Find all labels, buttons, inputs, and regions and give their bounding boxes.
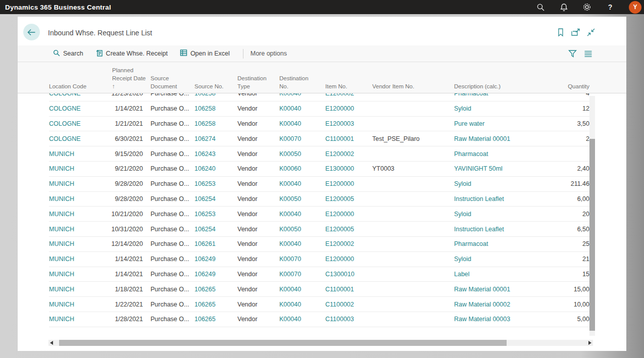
cell-location-code[interactable]: MUNICH [49, 195, 105, 202]
cell-item-no[interactable]: C1100001 [325, 135, 371, 142]
scroll-left-arrow-icon[interactable] [48, 340, 55, 346]
cell-description[interactable]: Raw Material 00002 [454, 301, 535, 308]
cell-description[interactable]: Raw Material 00001 [454, 135, 535, 142]
cell-source-document[interactable]: Purchase O... [151, 165, 196, 172]
cell-location-code[interactable]: MUNICH [49, 211, 105, 218]
cell-destination-no[interactable]: K00040 [279, 316, 322, 323]
vertical-scrollbar[interactable] [589, 96, 595, 336]
cell-item-no[interactable]: E1200003 [325, 120, 371, 127]
open-in-new-window-icon[interactable] [571, 28, 580, 37]
collapse-icon[interactable] [586, 28, 596, 37]
cell-destination-no[interactable]: K00050 [279, 195, 322, 202]
cell-source-no[interactable]: 106240 [194, 165, 235, 172]
horizontal-scrollbar-track[interactable] [55, 340, 587, 346]
cell-planned-receipt-date[interactable]: 9/28/2020 [100, 195, 143, 202]
cell-destination-type[interactable]: Vendor [237, 195, 278, 202]
cell-location-code[interactable]: MUNICH [49, 316, 105, 323]
cell-item-no[interactable]: C1100002 [325, 301, 371, 308]
cell-destination-no[interactable]: K00040 [279, 120, 322, 127]
cell-destination-no[interactable]: K00040 [279, 286, 322, 293]
cell-source-document[interactable]: Purchase O... [151, 271, 196, 278]
column-header-description[interactable]: Description (calc.) [454, 82, 535, 90]
cell-destination-no[interactable]: K00040 [279, 211, 322, 218]
cell-source-document[interactable]: Purchase O... [151, 286, 196, 293]
table-row[interactable]: MUNICH 1/28/2021 Purchase O... 106265 Ve… [49, 312, 589, 327]
table-row[interactable]: COLOGNE 12/23/2020 Purchase O... 106258 … [49, 93, 589, 101]
cell-description[interactable]: Syloid [454, 105, 535, 112]
cell-source-document[interactable]: Purchase O... [151, 226, 196, 233]
cell-quantity[interactable]: 211.46 [530, 180, 589, 187]
cell-location-code[interactable]: MUNICH [49, 255, 105, 263]
cell-destination-type[interactable]: Vendor [237, 301, 278, 308]
cell-quantity[interactable]: 3,50 [530, 120, 589, 127]
cell-location-code[interactable]: MUNICH [49, 180, 105, 187]
cell-description[interactable]: Syloid [454, 180, 535, 187]
cell-source-no[interactable]: 106253 [194, 180, 235, 187]
cell-destination-type[interactable]: Vendor [237, 316, 278, 323]
cell-location-code[interactable]: MUNICH [49, 226, 105, 233]
cell-source-document[interactable]: Purchase O... [151, 195, 196, 202]
table-row[interactable]: COLOGNE 1/14/2021 Purchase O... 106258 V… [49, 101, 589, 117]
cell-source-document[interactable]: Purchase O... [151, 301, 196, 308]
cell-location-code[interactable]: MUNICH [49, 165, 105, 172]
cell-destination-type[interactable]: Vendor [237, 120, 278, 127]
cell-destination-no[interactable]: K00050 [279, 226, 322, 233]
cell-item-no[interactable]: E1200000 [325, 180, 371, 187]
more-options-button[interactable]: More options [251, 50, 287, 57]
cell-quantity[interactable]: 5,00 [530, 316, 589, 323]
cell-source-no[interactable]: 106254 [194, 195, 235, 202]
table-row[interactable]: MUNICH 1/22/2021 Purchase O... 106265 Ve… [49, 297, 589, 312]
cell-vendor-item-no[interactable]: YT0003 [372, 165, 452, 172]
cell-planned-receipt-date[interactable]: 1/22/2021 [100, 301, 143, 308]
open-in-excel-button[interactable]: Open in Excel [180, 49, 230, 58]
cell-vendor-item-no[interactable]: Test_PSE_Pilaro [372, 135, 452, 142]
cell-item-no[interactable]: E1200002 [325, 240, 371, 247]
table-row[interactable]: MUNICH 1/14/2021 Purchase O... 106249 Ve… [49, 267, 589, 282]
cell-source-document[interactable]: Purchase O... [151, 240, 196, 247]
cell-source-document[interactable]: Purchase O... [151, 316, 196, 323]
search-button[interactable]: Search [53, 49, 83, 58]
cell-location-code[interactable]: COLOGNE [49, 135, 105, 142]
cell-source-no[interactable]: 106258 [194, 105, 235, 112]
cell-location-code[interactable]: MUNICH [49, 286, 105, 293]
column-header-destination-no[interactable]: Destination No. [279, 74, 322, 90]
cell-item-no[interactable]: C1100001 [325, 286, 371, 293]
cell-location-code[interactable]: MUNICH [49, 240, 105, 247]
cell-quantity[interactable]: 15 [530, 271, 589, 278]
cell-planned-receipt-date[interactable]: 9/28/2020 [100, 180, 143, 187]
cell-location-code[interactable]: MUNICH [49, 271, 105, 278]
filter-icon[interactable] [568, 49, 577, 58]
cell-description[interactable]: Instruction Leaflet [454, 195, 535, 202]
cell-quantity[interactable]: 21 [530, 255, 589, 263]
cell-planned-receipt-date[interactable]: 6/30/2021 [100, 135, 143, 142]
cell-source-no[interactable]: 106243 [194, 150, 235, 158]
column-header-item-no[interactable]: Item No. [325, 82, 371, 90]
cell-source-document[interactable]: Purchase O... [151, 105, 196, 112]
cell-item-no[interactable]: E1200005 [325, 226, 371, 233]
column-header-quantity[interactable]: Quantity [530, 82, 589, 90]
cell-source-no[interactable]: 106274 [194, 135, 235, 142]
cell-source-no[interactable]: 106258 [194, 120, 235, 127]
cell-destination-type[interactable]: Vendor [237, 271, 278, 278]
column-header-planned-receipt-date[interactable]: Planned Receipt Date ↑ [112, 66, 147, 90]
cell-quantity[interactable]: 12 [530, 105, 589, 112]
cell-item-no[interactable]: E1200005 [325, 195, 371, 202]
cell-destination-type[interactable]: Vendor [237, 211, 278, 218]
cell-planned-receipt-date[interactable]: 10/21/2020 [100, 211, 143, 218]
cell-source-no[interactable]: 106261 [194, 240, 235, 247]
cell-destination-type[interactable]: Vendor [237, 105, 278, 112]
cell-location-code[interactable]: MUNICH [49, 150, 105, 158]
cell-destination-type[interactable]: Vendor [237, 286, 278, 293]
table-row[interactable]: MUNICH 1/14/2021 Purchase O... 106249 Ve… [49, 252, 589, 267]
cell-destination-no[interactable]: K00070 [279, 255, 322, 263]
table-row[interactable]: MUNICH 12/14/2020 Purchase O... 106261 V… [49, 237, 589, 252]
cell-source-no[interactable]: 106265 [194, 316, 235, 323]
cell-quantity[interactable]: 2,40 [530, 165, 589, 172]
cell-source-no[interactable]: 106249 [194, 271, 235, 278]
bookmark-icon[interactable] [556, 28, 565, 37]
column-header-vendor-item-no[interactable]: Vendor Item No. [372, 82, 452, 90]
cell-destination-type[interactable]: Vendor [237, 135, 278, 142]
cell-planned-receipt-date[interactable]: 9/15/2020 [100, 150, 143, 158]
column-header-destination-type[interactable]: Destination Type [237, 74, 278, 90]
cell-quantity[interactable]: 15,00 [530, 286, 589, 293]
